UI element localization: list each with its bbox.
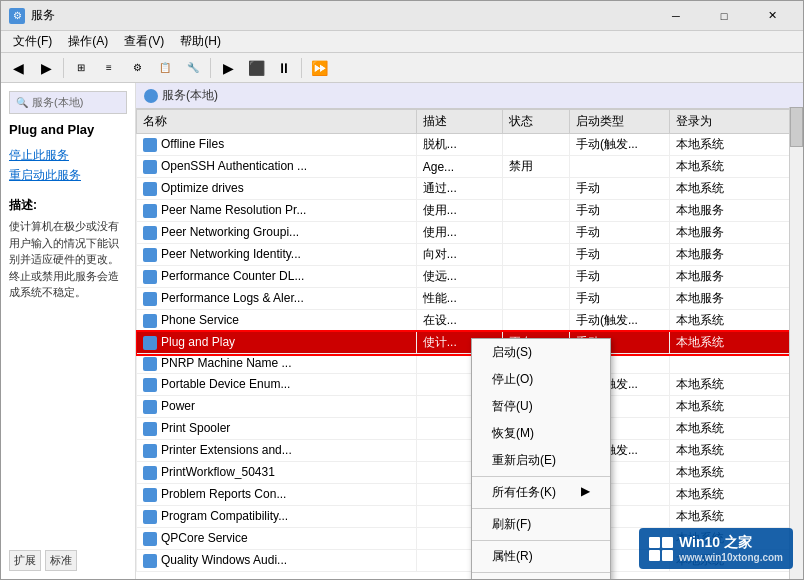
- watermark-text: Win10 之家 www.win10xtong.com: [679, 534, 783, 563]
- table-row[interactable]: Peer Name Resolution Pr... 使用... 手动 本地服务: [137, 200, 803, 222]
- main-window: ⚙ 服务 ─ □ ✕ 文件(F) 操作(A) 查看(V) 帮助(H) ◀ ▶ ⊞…: [0, 0, 804, 580]
- toolbar-sep-2: [210, 58, 211, 78]
- close-button[interactable]: ✕: [749, 1, 795, 31]
- context-menu-item[interactable]: 重新启动(E): [472, 447, 610, 474]
- col-header-desc[interactable]: 描述: [416, 110, 503, 134]
- context-menu-item[interactable]: 所有任务(K)▶: [472, 479, 610, 506]
- cell-login: 本地系统: [669, 156, 802, 178]
- context-menu-item[interactable]: 恢复(M): [472, 420, 610, 447]
- cell-name: Print Spooler: [137, 417, 417, 439]
- sidebar-search-icon: 🔍: [16, 97, 28, 108]
- cell-status: 禁用: [503, 156, 570, 178]
- table-row[interactable]: Portable Device Enum... 手动(触发... 本地系统: [137, 373, 803, 395]
- table-row[interactable]: Performance Logs & Aler... 性能... 手动 本地服务: [137, 288, 803, 310]
- restart-button[interactable]: ⏩: [306, 56, 332, 80]
- cell-startup: 手动(触发...: [569, 310, 669, 332]
- table-row[interactable]: Printer Extensions and... 手动(触发... 本地系统: [137, 439, 803, 461]
- context-menu-item[interactable]: 停止(O): [472, 366, 610, 393]
- context-menu-item[interactable]: 启动(S): [472, 339, 610, 366]
- table-row[interactable]: Peer Networking Groupi... 使用... 手动 本地服务: [137, 222, 803, 244]
- table-row[interactable]: Performance Counter DL... 使远... 手动 本地服务: [137, 266, 803, 288]
- table-row[interactable]: Phone Service 在设... 手动(触发... 本地系统: [137, 310, 803, 332]
- col-header-login[interactable]: 登录为: [669, 110, 802, 134]
- cell-login: 本地系统: [669, 505, 802, 527]
- scrollbar-thumb[interactable]: [790, 107, 803, 147]
- cell-status: [503, 222, 570, 244]
- menu-help[interactable]: 帮助(H): [172, 31, 229, 52]
- service-icon: [143, 378, 157, 392]
- cell-desc: 在设...: [416, 310, 503, 332]
- cell-login: 本地系统: [669, 373, 802, 395]
- pause-button[interactable]: ⏸: [271, 56, 297, 80]
- cell-desc: 性能...: [416, 288, 503, 310]
- cell-name: Performance Logs & Aler...: [137, 288, 417, 310]
- context-menu-item[interactable]: 属性(R): [472, 543, 610, 570]
- service-icon: [143, 160, 157, 174]
- service-icon: [143, 182, 157, 196]
- play-button[interactable]: ▶: [215, 56, 241, 80]
- content-area: 🔍 服务(本地) Plug and Play 停止此服务 重启动此服务 描述: …: [1, 83, 803, 579]
- context-menu-item[interactable]: 刷新(F): [472, 511, 610, 538]
- context-menu-item[interactable]: 暂停(U): [472, 393, 610, 420]
- table-row[interactable]: Plug and Play 使计... 正在... 手动 本地系统: [137, 332, 803, 354]
- cell-status: [503, 244, 570, 266]
- cell-status: [503, 288, 570, 310]
- cell-name: Printer Extensions and...: [137, 439, 417, 461]
- win-logo-q1: [649, 537, 660, 548]
- action-btn[interactable]: ⚙: [124, 56, 150, 80]
- context-menu-item[interactable]: 帮助(H): [472, 575, 610, 579]
- table-row[interactable]: Power 自动 本地系统: [137, 395, 803, 417]
- cell-login: 本地服务: [669, 266, 802, 288]
- table-scroll-area[interactable]: 名称 描述 状态 启动类型 登录为 Offline Files 脱机... 手动…: [136, 109, 803, 579]
- service-icon: [143, 270, 157, 284]
- minimize-button[interactable]: ─: [653, 1, 699, 31]
- tab-expand[interactable]: 扩展: [9, 550, 41, 571]
- service-icon: [143, 466, 157, 480]
- cell-name: Problem Reports Con...: [137, 483, 417, 505]
- table-row[interactable]: OpenSSH Authentication ... Age... 禁用 本地系…: [137, 156, 803, 178]
- service-icon: [143, 554, 157, 568]
- main-header: 服务(本地): [136, 83, 803, 109]
- view-btn-1[interactable]: ⊞: [68, 56, 94, 80]
- watermark: Win10 之家 www.win10xtong.com: [639, 528, 793, 569]
- col-header-startup[interactable]: 启动类型: [569, 110, 669, 134]
- back-button[interactable]: ◀: [5, 56, 31, 80]
- win-logo-q3: [649, 550, 660, 561]
- action-btn-3[interactable]: 🔧: [180, 56, 206, 80]
- tab-standard[interactable]: 标准: [45, 550, 77, 571]
- restart-service-link[interactable]: 重启动此服务: [9, 167, 127, 184]
- table-header-row: 名称 描述 状态 启动类型 登录为: [137, 110, 803, 134]
- submenu-arrow-icon: ▶: [581, 484, 590, 501]
- table-row[interactable]: Offline Files 脱机... 手动(触发... 本地系统: [137, 134, 803, 156]
- stop-button[interactable]: ⬛: [243, 56, 269, 80]
- menu-action[interactable]: 操作(A): [60, 31, 116, 52]
- menu-view[interactable]: 查看(V): [116, 31, 172, 52]
- action-btn-2[interactable]: 📋: [152, 56, 178, 80]
- col-header-name[interactable]: 名称: [137, 110, 417, 134]
- menu-file[interactable]: 文件(F): [5, 31, 60, 52]
- app-icon: ⚙: [9, 8, 25, 24]
- context-menu-separator: [472, 572, 610, 573]
- table-row[interactable]: PrintWorkflow_50431 本地系统: [137, 461, 803, 483]
- forward-button[interactable]: ▶: [33, 56, 59, 80]
- col-header-status[interactable]: 状态: [503, 110, 570, 134]
- table-row[interactable]: Print Spooler 自动 本地系统: [137, 417, 803, 439]
- cell-name: Offline Files: [137, 134, 417, 156]
- table-row[interactable]: Optimize drives 通过... 手动 本地系统: [137, 178, 803, 200]
- table-row[interactable]: Problem Reports Con... 本地系统: [137, 483, 803, 505]
- table-row[interactable]: Peer Networking Identity... 向对... 手动 本地服…: [137, 244, 803, 266]
- cell-desc: 脱机...: [416, 134, 503, 156]
- context-menu-separator: [472, 540, 610, 541]
- table-row[interactable]: PNRP Machine Name ...: [137, 354, 803, 374]
- cell-login: 本地服务: [669, 222, 802, 244]
- cell-startup: 手动: [569, 244, 669, 266]
- service-icon: [143, 444, 157, 458]
- table-row[interactable]: Program Compatibility... 本地系统: [137, 505, 803, 527]
- view-btn-2[interactable]: ≡: [96, 56, 122, 80]
- cell-status: [503, 200, 570, 222]
- scrollbar[interactable]: [789, 107, 803, 579]
- cell-name: Power: [137, 395, 417, 417]
- stop-service-link[interactable]: 停止此服务: [9, 147, 127, 164]
- maximize-button[interactable]: □: [701, 1, 747, 31]
- context-menu: 启动(S)停止(O)暂停(U)恢复(M)重新启动(E)所有任务(K)▶刷新(F)…: [471, 338, 611, 579]
